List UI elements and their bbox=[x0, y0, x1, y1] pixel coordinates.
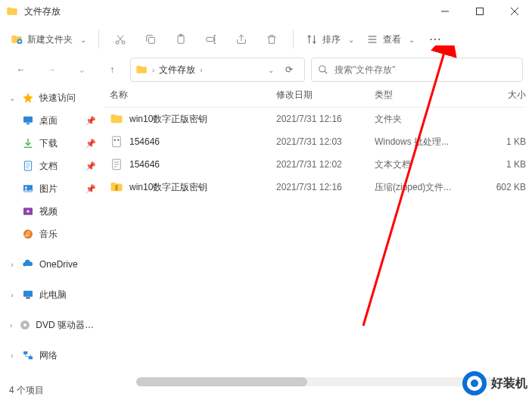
col-name[interactable]: 名称 bbox=[110, 89, 276, 102]
cloud-icon bbox=[21, 258, 35, 271]
sidebar-item-videos[interactable]: 视频 bbox=[0, 200, 104, 223]
file-name: win10数字正版密钥 bbox=[129, 181, 276, 194]
delete-button[interactable] bbox=[258, 27, 285, 52]
file-date: 2021/7/31 12:16 bbox=[276, 182, 375, 192]
col-size[interactable]: 大小 bbox=[473, 89, 526, 102]
cut-button[interactable] bbox=[107, 27, 134, 52]
chevron-down-icon: ⌄ bbox=[80, 36, 86, 44]
copy-button[interactable] bbox=[137, 27, 164, 52]
sidebar: ⌄ 快速访问 桌面📌 下载📌 文档📌 图片📌 视频 音乐 ›OneDrive ›… bbox=[0, 83, 104, 364]
toolbar: 新建文件夹 ⌄ 排序 ⌄ 查看 ⌄ ··· bbox=[0, 23, 532, 56]
sidebar-network[interactable]: ›网络 bbox=[0, 344, 104, 364]
maximize-button[interactable] bbox=[462, 0, 497, 23]
separator bbox=[98, 30, 99, 48]
svg-rect-19 bbox=[23, 291, 33, 297]
col-date[interactable]: 修改日期 bbox=[276, 89, 375, 102]
search-input[interactable] bbox=[334, 64, 516, 75]
file-size: 1 KB bbox=[473, 159, 526, 170]
file-date: 2021/7/31 12:16 bbox=[276, 114, 375, 124]
minimize-button[interactable] bbox=[428, 0, 462, 23]
desktop-icon bbox=[21, 114, 35, 127]
sidebar-item-music[interactable]: 音乐 bbox=[0, 223, 104, 245]
sidebar-onedrive[interactable]: ›OneDrive bbox=[0, 253, 104, 276]
rename-icon bbox=[205, 33, 217, 45]
file-type: 压缩(zipped)文件... bbox=[375, 181, 473, 194]
sort-button[interactable]: 排序 ⌄ bbox=[301, 27, 359, 52]
sidebar-item-pictures[interactable]: 图片📌 bbox=[0, 177, 104, 200]
sidebar-label: 快速访问 bbox=[39, 92, 76, 105]
svg-rect-20 bbox=[26, 297, 30, 298]
music-icon bbox=[21, 227, 35, 241]
file-name: win10数字正版密钥 bbox=[129, 113, 276, 126]
view-label: 查看 bbox=[383, 33, 401, 46]
column-headers: 名称 修改日期 类型 大小 bbox=[104, 83, 526, 108]
file-name: 154646 bbox=[129, 159, 276, 170]
sidebar-thispc[interactable]: ›此电脑 bbox=[0, 283, 104, 306]
chevron-down-icon[interactable]: ⌄ bbox=[268, 66, 274, 74]
up-button[interactable]: ↑ bbox=[100, 58, 124, 82]
folder-icon bbox=[110, 112, 123, 126]
sidebar-label: 文档 bbox=[39, 160, 58, 173]
back-button[interactable]: ← bbox=[9, 58, 33, 82]
chevron-down-icon: ⌄ bbox=[8, 94, 17, 102]
svg-rect-12 bbox=[23, 117, 33, 123]
search-box[interactable] bbox=[311, 58, 523, 82]
titlebar: 文件存放 bbox=[0, 0, 532, 23]
new-folder-label: 新建文件夹 bbox=[27, 33, 73, 46]
sidebar-quick-access[interactable]: ⌄ 快速访问 bbox=[0, 86, 104, 109]
file-size: 602 KB bbox=[473, 182, 526, 192]
window-controls bbox=[428, 0, 532, 23]
folder-icon bbox=[135, 64, 148, 76]
text-icon bbox=[110, 158, 123, 171]
sidebar-label: 视频 bbox=[39, 205, 58, 218]
watermark: 好装机 bbox=[462, 371, 527, 395]
svg-point-27 bbox=[117, 139, 119, 141]
svg-rect-23 bbox=[23, 352, 27, 355]
sidebar-label: OneDrive bbox=[39, 259, 78, 270]
svg-rect-7 bbox=[148, 37, 154, 43]
navbar: ← → ⌄ ↑ › 文件存放 › ⌄ ⟳ bbox=[0, 56, 532, 83]
chevron-right-icon: › bbox=[8, 352, 17, 360]
disc-icon bbox=[19, 318, 31, 332]
window-title: 文件存放 bbox=[24, 5, 428, 18]
new-folder-button[interactable]: 新建文件夹 ⌄ bbox=[6, 27, 91, 52]
pin-icon: 📌 bbox=[86, 139, 96, 148]
sidebar-item-downloads[interactable]: 下载📌 bbox=[0, 132, 104, 155]
col-type[interactable]: 类型 bbox=[375, 89, 473, 102]
item-count: 4 个项目 bbox=[9, 384, 44, 397]
paste-button[interactable] bbox=[167, 27, 194, 52]
pin-icon: 📌 bbox=[86, 161, 96, 171]
sidebar-label: 音乐 bbox=[39, 228, 58, 241]
file-row[interactable]: 154646 2021/7/31 12:03 Windows 批处理... 1 … bbox=[104, 130, 526, 153]
content: ⌄ 快速访问 桌面📌 下载📌 文档📌 图片📌 视频 音乐 ›OneDrive ›… bbox=[0, 83, 532, 364]
paste-icon bbox=[175, 33, 187, 45]
sidebar-item-documents[interactable]: 文档📌 bbox=[0, 155, 104, 177]
watermark-text: 好装机 bbox=[491, 376, 527, 392]
svg-point-22 bbox=[23, 323, 26, 327]
file-row[interactable]: 154646 2021/7/31 12:02 文本文档 1 KB bbox=[104, 153, 526, 176]
file-row[interactable]: win10数字正版密钥 2021/7/31 12:16 文件夹 bbox=[104, 108, 526, 130]
chevron-down-icon: ⌄ bbox=[409, 36, 415, 44]
close-button[interactable] bbox=[497, 0, 532, 23]
sidebar-dvd[interactable]: ›DVD 驱动器 (D:) CI bbox=[0, 314, 104, 336]
refresh-button[interactable]: ⟳ bbox=[278, 59, 300, 80]
more-button[interactable]: ··· bbox=[422, 27, 450, 52]
address-bar[interactable]: › 文件存放 › ⌄ ⟳ bbox=[130, 58, 305, 82]
share-icon bbox=[235, 33, 247, 45]
share-button[interactable] bbox=[228, 27, 255, 52]
video-icon bbox=[21, 205, 35, 218]
network-icon bbox=[21, 348, 35, 362]
recent-button[interactable]: ⌄ bbox=[70, 58, 94, 82]
sidebar-label: 此电脑 bbox=[39, 289, 67, 302]
file-row[interactable]: win10数字正版密钥 2021/7/31 12:16 压缩(zipped)文件… bbox=[104, 176, 526, 198]
sidebar-label: DVD 驱动器 (D:) CI bbox=[36, 319, 96, 332]
view-button[interactable]: 查看 ⌄ bbox=[362, 27, 419, 52]
sidebar-item-desktop[interactable]: 桌面📌 bbox=[0, 109, 104, 132]
forward-button[interactable]: → bbox=[39, 58, 64, 82]
file-type: 文本文档 bbox=[375, 158, 473, 171]
rename-button[interactable] bbox=[198, 27, 225, 52]
svg-rect-1 bbox=[477, 8, 484, 15]
breadcrumb[interactable]: 文件存放 bbox=[159, 64, 195, 77]
separator bbox=[293, 30, 294, 48]
pin-icon: 📌 bbox=[86, 184, 96, 194]
